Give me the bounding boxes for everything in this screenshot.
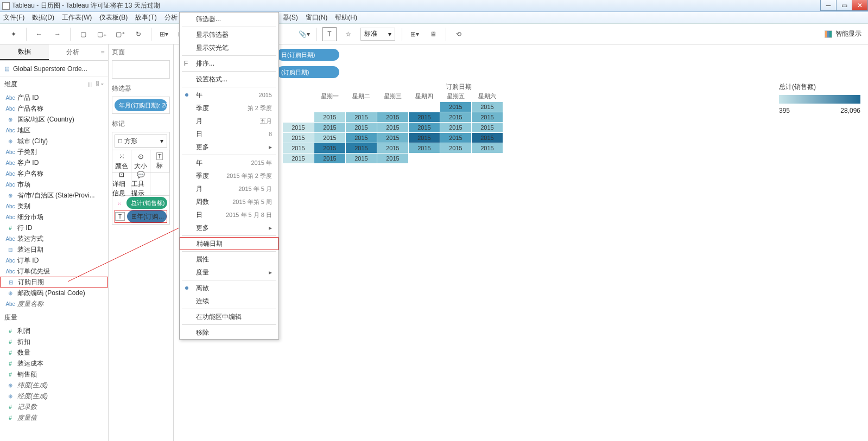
menu-data[interactable]: 数据(D) [32,13,54,22]
dimension-field[interactable]: ⊟订购日期 [0,277,108,287]
menu-server[interactable]: 器(S) [283,13,298,22]
tab-analytics[interactable]: 分析 [49,44,98,60]
dimension-field[interactable]: Abc市场 [0,179,108,190]
measure-field[interactable]: #度量值 [0,412,108,423]
marks-tooltip-button[interactable]: 💬工具提示 [131,173,150,196]
measure-field[interactable]: #数量 [0,347,108,358]
menu-help[interactable]: 帮助(H) [335,13,357,22]
swap-icon[interactable]: ⊞▾ [157,27,171,41]
ctx-filter[interactable]: 筛选器... [180,12,278,25]
dimension-field[interactable]: ⊕邮政编码 (Postal Code) [0,287,108,298]
ctx-quarter-1[interactable]: 季度第 2 季度 [180,101,278,114]
filter-pill[interactable]: 年月(订购日期): 201... [115,99,167,111]
ctx-year-1[interactable]: 年2015 [180,88,278,101]
save-icon[interactable]: ▢ [76,27,90,41]
tableau-logo-icon[interactable]: ✦ [7,27,21,41]
measure-field[interactable]: #利润 [0,325,108,336]
dimension-field[interactable]: ⊟装运日期 [0,244,108,255]
menu-file[interactable]: 文件(F) [3,13,24,22]
undo-icon[interactable]: ← [32,27,46,41]
ctx-day-2[interactable]: 日2015 年 5 月 8 日 [180,208,278,221]
menu-analysis[interactable]: 分析 [164,13,178,22]
menu-story[interactable]: 故事(T) [135,13,156,22]
ctx-show-filter[interactable]: 显示筛选器 [180,28,278,41]
dimension-field[interactable]: Abc订单优先级 [0,266,108,277]
title-toggle-icon[interactable]: T [322,27,337,41]
measure-field[interactable]: #记录数 [0,401,108,412]
marks-size-button[interactable]: ⊙大小 [131,150,150,173]
share-icon[interactable]: ⟲ [452,27,466,41]
new-datasource-icon[interactable]: ▢₊ [94,27,109,41]
color-legend[interactable]: 总计(销售额) 39528,096 [779,82,860,114]
device-icon[interactable]: 🖥 [426,27,440,41]
ctx-edit-in-shelf[interactable]: 在功能区中编辑 [180,310,278,323]
datasource-row[interactable]: ⊟ Global Superstore Orde... [0,61,108,77]
dimension-field[interactable]: ⊕省/市/自治区 (State/Provi... [0,190,108,201]
mark-type-dropdown[interactable]: □方形▾ [115,135,167,148]
marks-color-pill[interactable]: ⁙ 总计(销售额) [115,197,167,209]
marks-detail-button[interactable]: ⊡详细信息 [112,173,131,196]
fit-dropdown[interactable]: 标准▾ [360,28,395,41]
ctx-show-highlighter[interactable]: 显示荧光笔 [180,41,278,54]
ctx-continuous[interactable]: 连续 [180,295,278,308]
close-button[interactable]: ✕ [852,0,868,11]
pages-shelf[interactable] [112,60,170,79]
marks-color-button[interactable]: ⁙颜色 [112,150,131,173]
dimension-field[interactable]: ⊕国家/地区 (Country) [0,114,108,125]
measure-field[interactable]: #销售额 [0,369,108,380]
pane-menu-icon[interactable]: ≡ [97,44,108,60]
dimension-field[interactable]: #行 ID [0,222,108,233]
tab-data[interactable]: 数据 [0,44,49,60]
presentation-icon[interactable]: ⊞▾ [408,27,422,41]
ctx-month-1[interactable]: 月五月 [180,114,278,127]
measure-field[interactable]: #折扣 [0,336,108,347]
ctx-quarter-2[interactable]: 季度2015 年第 2 季度 [180,169,278,182]
ctx-more-1[interactable]: 更多▸ [180,140,278,154]
marks-label-button[interactable]: T标 [150,150,169,173]
measure-field[interactable]: #装运成本 [0,358,108,369]
ctx-sort[interactable]: F排序... [180,57,278,70]
ctx-month-2[interactable]: 月2015 年 5 月 [180,182,278,195]
filters-shelf[interactable]: 年月(订购日期): 201... [112,97,170,114]
dimension-field[interactable]: Abc订单 ID [0,255,108,266]
refresh-icon[interactable]: ↻ [131,27,145,41]
ctx-day-1[interactable]: 日8 [180,127,278,140]
measure-field[interactable]: ⊕纬度(生成) [0,380,108,391]
ctx-exact-date[interactable]: 精确日期 [180,237,278,250]
columns-pill[interactable]: 日(订购日期) [277,49,339,61]
dimension-field[interactable]: Abc客户名称 [0,168,108,179]
favorite-icon[interactable]: ☆ [341,27,355,41]
ctx-week-2[interactable]: 周数2015 年第 5 周 [180,195,278,208]
ctx-discrete[interactable]: 离散 [180,282,278,295]
calendar-viz: 订购日期 星期一星期二星期三 星期四星期五星期六 20152015 201520… [282,82,503,164]
search-fields-icon[interactable]: ⫼ ⍰ ▾ [87,80,104,88]
rows-pill[interactable]: (订购日期) [277,66,339,78]
dimension-field[interactable]: Abc产品名称 [0,103,108,114]
new-worksheet-icon[interactable]: ▢⁺ [113,27,127,41]
attach-icon[interactable]: 📎▾ [297,27,311,41]
redo-icon[interactable]: → [50,27,65,41]
dimension-field[interactable]: Abc地区 [0,125,108,136]
ctx-measure[interactable]: 度量▸ [180,266,278,279]
show-me-button[interactable]: 智能显示 [825,29,861,39]
dimension-field[interactable]: Abc细分市场 [0,212,108,222]
menu-dashboard[interactable]: 仪表板(B) [99,13,128,22]
dimension-field[interactable]: Abc产品 ID [0,92,108,103]
maximize-button[interactable]: ▭ [836,0,852,11]
menu-window[interactable]: 窗口(N) [306,13,328,22]
dimension-field[interactable]: Abc子类别 [0,146,108,157]
dimension-field[interactable]: ⊕城市 (City) [0,136,108,146]
dimension-field[interactable]: Abc客户 ID [0,157,108,168]
dimension-field[interactable]: Abc度量名称 [0,298,108,309]
dimension-field[interactable]: Abc装运方式 [0,233,108,244]
menu-worksheet[interactable]: 工作表(W) [62,13,92,22]
ctx-year-2[interactable]: 年2015 年 [180,156,278,169]
ctx-attribute[interactable]: 属性 [180,253,278,266]
marks-detail-pill[interactable]: T ⊞ 年(订购... [115,210,167,223]
dimension-field[interactable]: Abc类别 [0,201,108,212]
minimize-button[interactable]: ─ [820,0,837,11]
ctx-format[interactable]: 设置格式... [180,73,278,86]
ctx-more-2[interactable]: 更多▸ [180,221,278,234]
ctx-remove[interactable]: 移除 [180,326,278,339]
measure-field[interactable]: ⊕经度(生成) [0,391,108,401]
